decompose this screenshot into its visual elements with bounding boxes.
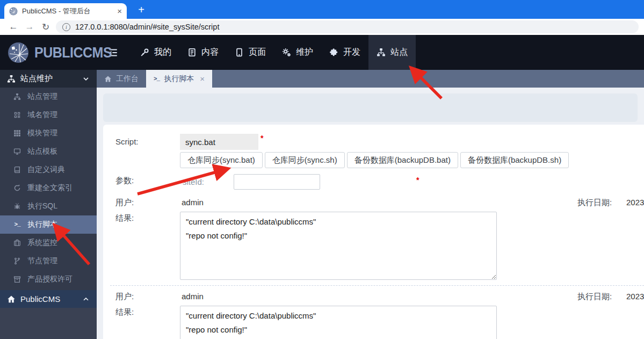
key-icon — [140, 48, 149, 57]
sidebar-section-header[interactable]: 站点维护 — [0, 70, 97, 88]
publiccms-logo-icon — [8, 42, 29, 63]
puzzle-icon — [329, 48, 338, 57]
bug-icon — [13, 203, 21, 210]
sidebar-item-refresh[interactable]: 重建全文索引 — [0, 179, 97, 197]
file-icon — [187, 48, 197, 57]
sidebar-item-terminal[interactable]: >_执行脚本 — [0, 215, 97, 234]
sidebar-item-label: 模块管理 — [27, 128, 57, 138]
nav-item-file[interactable]: 内容 — [179, 35, 227, 70]
nav-item-puzzle[interactable]: 开发 — [321, 35, 368, 70]
briefcase-icon — [13, 239, 21, 247]
nav-item-label: 开发 — [343, 47, 360, 58]
workspace-tab-terminal[interactable]: >_执行脚本× — [146, 70, 212, 88]
sidebar-lower-area — [0, 308, 97, 339]
brand: PUBLICCMS — [0, 35, 102, 70]
forward-icon[interactable]: → — [21, 21, 38, 32]
new-tab-button[interactable]: + — [134, 2, 149, 17]
nav-item-tablet[interactable]: 页面 — [227, 35, 274, 70]
sidebar-footer-label: PublicCMS — [20, 294, 60, 304]
result-textarea[interactable]: "current directory C:\data\publiccms" "r… — [180, 306, 497, 339]
sidebar-item-sitemap[interactable]: 站点管理 — [0, 88, 97, 106]
execution-record: 用户:admin执行日期:2023结果:"current directory C… — [103, 292, 644, 292]
sidebar-item-grid[interactable]: 模块管理 — [0, 124, 97, 142]
app-navbar: PUBLICCMS 我的内容页面维护开发站点 — [0, 35, 644, 70]
refresh-icon — [13, 184, 21, 192]
param-input[interactable] — [234, 174, 320, 190]
desktop-icon — [13, 148, 21, 155]
url-bar[interactable]: i 127.0.0.1:8080/admin/#site_sysSite/scr… — [56, 20, 639, 33]
terminal-icon: >_ — [154, 76, 160, 82]
home-icon — [7, 295, 16, 304]
script-preset-button[interactable]: 仓库同步(sync.bat) — [180, 152, 263, 168]
sidebar-item-briefcase[interactable]: 系统监控 — [0, 234, 97, 252]
script-preset-button[interactable]: 备份数据库(backupDB.bat) — [347, 152, 458, 168]
workspace-tabbar: 工作台>_执行脚本× — [97, 70, 644, 88]
empty-panel — [103, 93, 638, 122]
nav-item-label: 站点 — [390, 47, 408, 58]
script-input[interactable] — [180, 134, 258, 150]
sitemap-icon — [377, 48, 386, 57]
sidebar-item-label: 节点管理 — [27, 256, 57, 266]
script-preset-button[interactable]: 备份数据库(backupDB.sh) — [460, 152, 569, 168]
tablet-icon — [235, 48, 244, 57]
nav-item-label: 维护 — [296, 47, 313, 58]
branch-icon — [13, 257, 21, 265]
browser-tab[interactable]: PublicCMS - 管理后台 × — [4, 3, 127, 19]
result-label: 结果: — [115, 307, 134, 318]
workspace-tab-label: 工作台 — [116, 74, 139, 84]
result-textarea[interactable]: "current directory C:\data\publiccms" "r… — [180, 212, 497, 280]
nav-item-gears[interactable]: 维护 — [274, 35, 321, 70]
sidebar-item-label: 重建全文索引 — [27, 183, 73, 193]
exec-date-value: 2023 — [626, 198, 644, 207]
sidebar-footer-publiccms[interactable]: PublicCMS — [0, 290, 97, 308]
user-label: 用户: — [115, 198, 134, 208]
result-label: 结果: — [115, 213, 134, 223]
sidebar-item-label: 系统监控 — [27, 238, 57, 248]
param-name-label: siteId: — [183, 177, 204, 186]
sidebar-item-label: 域名管理 — [27, 110, 57, 120]
sidebar-item-desktop[interactable]: 站点模板 — [0, 142, 97, 161]
required-mark: * — [261, 134, 263, 142]
script-preset-button[interactable]: 仓库同步(sync.sh) — [265, 152, 345, 168]
sitemap-icon — [13, 93, 21, 100]
user-value: admin — [182, 198, 204, 207]
sidebar-item-label: 站点管理 — [27, 92, 57, 102]
script-form-card: Script: * 仓库同步(sync.bat)仓库同步(sync.sh)备份数… — [103, 125, 644, 339]
page: Script: * 仓库同步(sync.bat)仓库同步(sync.sh)备份数… — [97, 88, 644, 339]
grid-icon — [13, 129, 21, 137]
info-icon[interactable]: i — [62, 23, 70, 31]
reload-icon[interactable]: ↻ — [38, 21, 54, 33]
chevron-down-icon — [82, 75, 90, 83]
user-label: 用户: — [115, 292, 134, 302]
book-icon — [13, 166, 21, 174]
sidebar-item-label: 执行脚本 — [27, 220, 57, 229]
exec-date-label: 执行日期: — [577, 198, 612, 208]
sidebar-item-book[interactable]: 自定义词典 — [0, 161, 97, 179]
sitemap-icon — [7, 75, 16, 83]
params-label: 参数: — [115, 176, 134, 186]
tab-close-icon[interactable]: × — [200, 74, 205, 83]
sidebar-item-label: 自定义词典 — [27, 165, 65, 175]
sidebar: 站点维护 站点管理域名管理模块管理站点模板自定义词典重建全文索引执行SQL>_执… — [0, 70, 97, 339]
chevron-up-icon — [82, 295, 90, 303]
execution-record: 用户:admin执行日期:2023结果:"current directory C… — [103, 198, 644, 198]
sidebar-item-bug[interactable]: 执行SQL — [0, 197, 97, 215]
sidebar-item-label: 执行SQL — [27, 201, 57, 211]
exec-date-label: 执行日期: — [577, 292, 612, 302]
browser-toolbar: ← → ↻ i 127.0.0.1:8080/admin/#site_sysSi… — [0, 19, 644, 35]
nav-item-label: 我的 — [154, 47, 171, 58]
sidebar-item-qrcode[interactable]: 域名管理 — [0, 106, 97, 124]
exec-date-value: 2023 — [626, 292, 644, 301]
tab-close-icon[interactable]: × — [117, 7, 122, 15]
brand-text: PUBLICCMS — [34, 44, 112, 61]
nav-item-key[interactable]: 我的 — [132, 35, 179, 70]
workspace-tab-label: 执行脚本 — [164, 74, 194, 84]
workspace-tab-home[interactable]: 工作台 — [97, 70, 146, 88]
back-icon[interactable]: ← — [5, 21, 21, 32]
sidebar-item-archive[interactable]: 产品授权许可 — [0, 270, 97, 288]
sidebar-item-branch[interactable]: 节点管理 — [0, 252, 97, 270]
archive-icon — [13, 276, 21, 283]
content-area: 工作台>_执行脚本× Script: * 仓库同步(sync.bat)仓库同步(… — [97, 70, 644, 339]
nav-item-sitemap[interactable]: 站点 — [368, 35, 416, 70]
script-label: Script: — [115, 137, 139, 146]
